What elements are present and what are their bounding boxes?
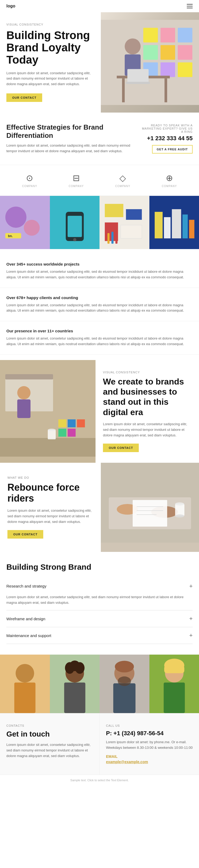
svg-point-18 [5,207,27,228]
svg-rect-5 [178,28,192,42]
stats-section: Over 345+ success worldwide projects Lor… [0,249,199,360]
digital-tag: VISUAL CONSISTENCY [103,371,192,374]
logo-icon-4: ⊕ [166,173,173,183]
gallery-image-2 [50,196,100,249]
svg-point-25 [73,238,76,241]
digital-illustration [0,366,95,457]
what-description: Lorem ipsum dolor sit amet, consetetur s… [7,508,93,524]
footer: Sample text. Click to select the Text El… [0,775,199,785]
strategies-title: Effective Strategies for Brand Different… [6,123,134,140]
hero-image-placeholder [101,12,199,113]
gallery-image-4 [149,196,199,249]
gallery-svg-2 [50,196,100,249]
svg-point-77 [115,661,134,673]
accordion-icon-2: + [189,615,193,622]
logo-item-1: ⊙ COMPANY [22,173,37,188]
call-hours: Lorem ipsum dolor sit amet: by phone.me.… [106,740,193,751]
strategies-section: Effective Strategies for Brand Different… [0,113,199,165]
svg-rect-14 [164,78,167,102]
hero-title: Building Strong Brand Loyalty Today [6,29,94,66]
hero-section: VISUAL CONSISTENCY Building Strong Brand… [0,12,199,113]
gallery-cell-3 [100,196,149,249]
logo-item-2: ⊟ COMPANY [69,173,84,188]
logo-label-4: COMPANY [162,185,177,188]
svg-rect-16 [126,82,150,84]
hamburger-button[interactable] [187,4,193,8]
svg-rect-38 [182,214,188,239]
email-label: EMAIL [106,754,193,758]
strategies-cta-text: READY TO SPEAK WITH A MARKETING EXPERT? … [140,124,193,133]
svg-rect-6 [143,45,158,60]
email-link[interactable]: example@example.com [106,760,193,764]
what-illustration [101,463,199,542]
team-member-4 [149,655,199,713]
digital-content: VISUAL CONSISTENCY We create to brands a… [95,360,199,463]
gallery-svg-3 [100,196,149,249]
stat-desc-3: Lorem ipsum dolor sit amet, consetetur s… [6,336,193,347]
svg-point-1 [125,38,141,54]
svg-rect-82 [164,665,184,674]
accordion-header-1[interactable]: Research and strategy + [6,578,193,594]
svg-rect-37 [172,209,181,239]
hero-cta-button[interactable]: OUR CONTACT [6,93,42,102]
contact-description: Lorem ipsum dolor sit amet, consetetur s… [6,742,93,758]
svg-rect-24 [67,216,82,237]
accordion-label-1: Research and strategy [6,584,46,588]
digital-cta-button[interactable]: OUR CONTACT [103,443,139,452]
hero-tag: VISUAL CONSISTENCY [6,23,94,26]
team-section [0,655,199,713]
team-photo-3 [100,655,149,713]
svg-rect-28 [126,209,142,220]
gallery-image-1: bn. [0,196,50,249]
stat-item-3: Our presence in over 11+ countries Lorem… [0,321,199,355]
contact-section: CONTACTS Get in touch Lorem ipsum dolor … [0,713,199,775]
accordion-header-2[interactable]: Wireframe and design + [6,611,193,627]
hero-description: Lorem ipsum dolor sit amet, consetetur s… [6,70,94,87]
stat-title-3: Our presence in over 11+ countries [6,329,193,333]
team-photo-2 [50,655,100,713]
svg-rect-61 [175,504,185,516]
stat-desc-2: Lorem ipsum dolor sit amet, consetetur s… [6,303,193,314]
team-photo-1 [0,655,50,713]
team-svg-2 [50,655,100,713]
svg-point-65 [16,664,34,683]
svg-rect-27 [105,204,123,217]
gallery-image-3 [100,196,149,249]
logos-section: ⊙ COMPANY ⊟ COMPANY ◇ COMPANY ⊕ COMPANY [0,165,199,196]
svg-point-62 [175,502,184,505]
what-tag: WHAT WE DO [7,476,93,479]
what-cta-button[interactable]: OUR CONTACT [7,530,43,538]
svg-rect-45 [58,420,66,427]
svg-rect-20 [5,233,21,239]
svg-rect-31 [108,233,110,244]
svg-rect-44 [17,399,31,418]
accordion-label-2: Wireframe and design [6,617,45,621]
contact-call: CALL US P: +1 (324) 987-56-54 Lorem ipsu… [100,713,199,775]
stat-item-2: Over 678+ happy clients and counting Lor… [0,288,199,321]
team-svg-3 [100,655,149,713]
phone-number: +1 232 333 44 55 [140,135,193,142]
stat-title-2: Over 678+ happy clients and counting [6,296,193,300]
svg-rect-51 [48,430,56,439]
audit-button[interactable]: GET A FREE AUDIT [152,145,193,154]
accordion-icon-1: + [189,583,193,590]
team-member-3 [100,655,149,713]
svg-rect-42 [5,374,53,379]
svg-rect-47 [77,420,85,427]
contact-tag: CONTACTS [6,724,93,727]
logo: logo [6,4,15,8]
svg-rect-8 [178,45,192,60]
contact-info: CONTACTS Get in touch Lorem ipsum dolor … [0,713,100,775]
svg-rect-30 [121,225,142,239]
hero-illustration [101,12,199,113]
digital-description: Lorem ipsum dolor sit amet, consetetur s… [103,422,192,438]
logo-item-3: ◇ COMPANY [115,173,130,188]
svg-rect-35 [154,212,162,239]
svg-point-43 [17,386,31,399]
navbar: logo [0,0,199,12]
stat-item-1: Over 345+ success worldwide projects Lor… [0,254,199,288]
team-member-1 [0,655,50,713]
svg-rect-15 [127,69,149,82]
team-photo-4 [149,655,199,713]
accordion-header-3[interactable]: Maintenance and support + [6,627,193,644]
